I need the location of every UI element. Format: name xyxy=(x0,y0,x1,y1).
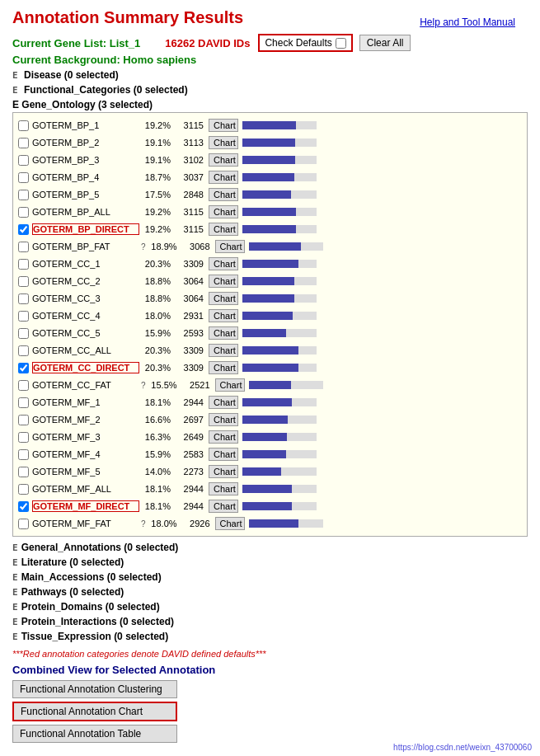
chart-button[interactable]: Chart xyxy=(209,430,238,444)
bar-container xyxy=(242,449,522,459)
go-checkbox-goterm_mf_direct[interactable] xyxy=(18,501,29,512)
chart-button[interactable]: Chart xyxy=(209,413,238,426)
section-header[interactable]: EGeneral_Annotations (0 selected) xyxy=(12,542,528,553)
chart-button[interactable]: Chart xyxy=(209,275,238,288)
expand-icon: E xyxy=(12,587,18,598)
chart-button[interactable]: Chart xyxy=(209,223,238,236)
chart-button[interactable]: Chart xyxy=(215,240,245,253)
bar-fill xyxy=(242,467,281,476)
go-count: 3309 xyxy=(176,345,204,355)
bar-container xyxy=(242,155,522,165)
go-pct: 20.3% xyxy=(139,363,171,373)
go-checkbox-goterm_mf_4[interactable] xyxy=(18,449,29,460)
chart-button[interactable]: Chart xyxy=(209,396,238,409)
bar-outer xyxy=(242,260,317,268)
check-defaults-checkbox[interactable] xyxy=(336,38,346,49)
go-checkbox-goterm_cc_3[interactable] xyxy=(18,293,29,304)
help-tool-manual-link[interactable]: Help and Tool Manual xyxy=(420,16,515,28)
go-label-goterm_cc_5: GOTERM_CC_5 xyxy=(32,328,139,338)
section-header[interactable]: EProtein_Domains (0 selected) xyxy=(12,601,528,613)
chart-button[interactable]: Chart xyxy=(209,361,238,374)
go-checkbox-goterm_mf_fat[interactable] xyxy=(18,519,29,529)
section-header[interactable]: ELiterature (0 selected) xyxy=(12,556,528,568)
bar-fill xyxy=(242,121,296,129)
gene-ontology-header[interactable]: E Gene_Ontology (3 selected) xyxy=(12,99,528,110)
chart-button[interactable]: Chart xyxy=(209,153,238,167)
go-checkbox-goterm_mf_3[interactable] xyxy=(18,432,29,443)
expand-icon: E xyxy=(12,557,18,568)
chart-button[interactable]: Chart xyxy=(209,309,238,322)
go-checkbox-goterm_bp_4[interactable] xyxy=(18,172,29,183)
go-pct: 19.2% xyxy=(139,120,171,130)
clear-all-button[interactable]: Clear All xyxy=(359,35,411,51)
go-checkbox-goterm_cc_all[interactable] xyxy=(18,345,29,356)
chart-button[interactable]: Chart xyxy=(209,326,238,340)
chart-button[interactable]: Chart xyxy=(209,136,238,149)
section-header[interactable]: EPathways (0 selected) xyxy=(12,586,528,598)
go-checkbox-goterm_bp_direct[interactable] xyxy=(18,224,29,235)
expand-icon: E xyxy=(12,617,18,627)
bar-outer xyxy=(242,294,317,303)
go-checkbox-goterm_cc_4[interactable] xyxy=(18,311,29,322)
go-checkbox-goterm_cc_5[interactable] xyxy=(18,328,29,339)
go-count: 2931 xyxy=(176,311,204,321)
go-checkbox-goterm_bp_2[interactable] xyxy=(18,138,29,148)
chart-button[interactable]: Chart xyxy=(209,171,238,184)
go-checkbox-goterm_mf_2[interactable] xyxy=(18,415,29,425)
disease-section-header[interactable]: E Disease (0 selected) xyxy=(12,69,528,81)
go-label-goterm_bp_direct: GOTERM_BP_DIRECT xyxy=(32,223,139,235)
bar-container xyxy=(242,224,522,234)
go-count: 2649 xyxy=(176,432,204,442)
go-checkbox-goterm_cc_1[interactable] xyxy=(18,259,29,270)
combined-view-button[interactable]: Functional Annotation Chart xyxy=(12,702,177,721)
functional-categories-header[interactable]: E Functional_Categories (0 selected) xyxy=(12,84,528,96)
section-header[interactable]: ETissue_Expression (0 selected) xyxy=(12,631,528,642)
go-checkbox-goterm_cc_direct[interactable] xyxy=(18,363,29,373)
bar-outer xyxy=(242,139,317,147)
bar-fill xyxy=(242,190,291,199)
combined-view-button[interactable]: Functional Annotation Clustering xyxy=(12,680,177,698)
go-checkbox-goterm_bp_5[interactable] xyxy=(18,190,29,200)
chart-button[interactable]: Chart xyxy=(215,517,245,530)
go-label-goterm_cc_direct: GOTERM_CC_DIRECT xyxy=(32,362,139,373)
go-pct: 17.5% xyxy=(139,190,171,200)
go-checkbox-goterm_cc_fat[interactable] xyxy=(18,380,29,391)
go-checkbox-goterm_mf_all[interactable] xyxy=(18,484,29,495)
bar-outer xyxy=(242,433,317,441)
go-count: 2593 xyxy=(176,328,204,338)
section-header[interactable]: EProtein_Interactions (0 selected) xyxy=(12,616,528,627)
go-checkbox-goterm_mf_1[interactable] xyxy=(18,397,29,408)
bar-outer xyxy=(242,312,317,320)
chart-button[interactable]: Chart xyxy=(209,482,238,495)
chart-button[interactable]: Chart xyxy=(209,500,238,513)
bar-fill xyxy=(242,433,287,441)
go-checkbox-goterm_bp_3[interactable] xyxy=(18,155,29,166)
go-pct: 18.8% xyxy=(139,276,171,286)
bar-container xyxy=(242,432,522,442)
go-checkbox-goterm_bp_all[interactable] xyxy=(18,207,29,218)
go-checkbox-goterm_bp_1[interactable] xyxy=(18,120,29,131)
go-label-goterm_cc_2: GOTERM_CC_2 xyxy=(32,276,139,286)
chart-button[interactable]: Chart xyxy=(209,205,238,218)
go-pct: 18.7% xyxy=(139,172,171,182)
chart-button[interactable]: Chart xyxy=(209,188,238,201)
go-pct: 15.9% xyxy=(139,449,171,459)
combined-view-button[interactable]: Functional Annotation Table xyxy=(12,725,177,743)
go-checkbox-goterm_cc_2[interactable] xyxy=(18,276,29,287)
bar-fill xyxy=(242,208,296,216)
go-checkbox-goterm_bp_fat[interactable] xyxy=(18,242,29,252)
go-label-goterm_mf_4: GOTERM_MF_4 xyxy=(32,449,139,459)
chart-button[interactable]: Chart xyxy=(209,448,238,461)
chart-button[interactable]: Chart xyxy=(209,119,238,132)
go-pct: 15.5% xyxy=(146,380,177,390)
go-count: 2944 xyxy=(176,484,204,494)
section-header[interactable]: EMain_Accessions (0 selected) xyxy=(12,571,528,583)
chart-button[interactable]: Chart xyxy=(215,378,245,392)
chart-button[interactable]: Chart xyxy=(209,292,238,305)
check-defaults-box: Check Defaults xyxy=(258,34,352,52)
chart-button[interactable]: Chart xyxy=(209,257,238,270)
go-label-goterm_mf_direct: GOTERM_MF_DIRECT xyxy=(32,500,139,512)
chart-button[interactable]: Chart xyxy=(209,465,238,478)
chart-button[interactable]: Chart xyxy=(209,344,238,357)
go-checkbox-goterm_mf_5[interactable] xyxy=(18,467,29,477)
